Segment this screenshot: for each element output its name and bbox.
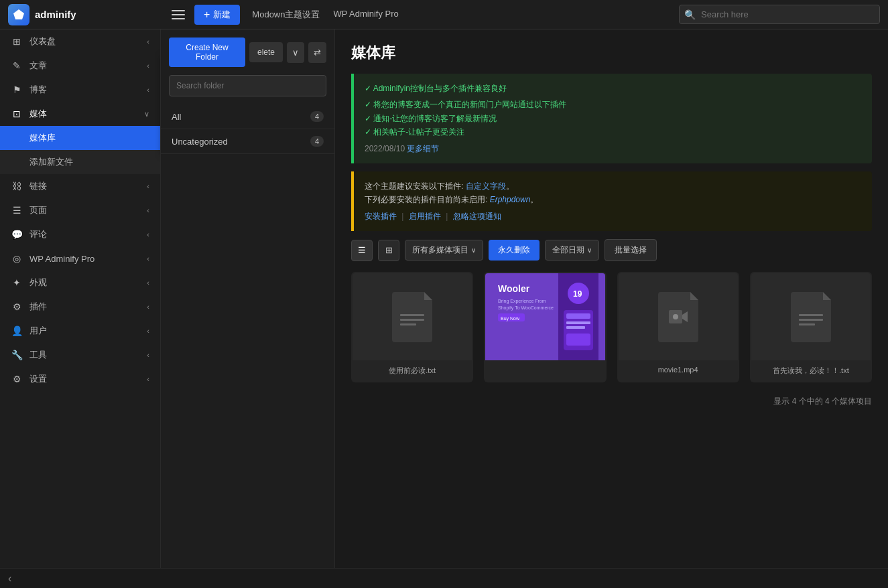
chevron-icon: ‹	[147, 206, 149, 214]
create-folder-button[interactable]: Create New Folder	[169, 38, 245, 67]
media-item[interactable]: 首先读我，必读！！.txt	[750, 272, 872, 382]
sidebar-item-wp-adminify[interactable]: ◎ WP Adminify Pro ‹	[0, 246, 160, 271]
appearance-icon: ✦	[11, 277, 23, 289]
grid-view-button[interactable]: ⊞	[378, 240, 399, 261]
chevron-icon: ‹	[147, 375, 149, 383]
enable-plugin-link[interactable]: 启用插件	[409, 212, 441, 221]
woo-thumbnail: Wooler Bring Experience From Shopify To …	[485, 273, 605, 360]
sidebar-item-dashboard[interactable]: ⊞ 仪表盘 ‹	[0, 29, 160, 54]
sidebar-item-add-media[interactable]: 添加新文件	[0, 150, 160, 174]
permanent-delete-button[interactable]: 永久删除	[489, 240, 540, 261]
media-main: 媒体库 ✓ Adminifyin控制台与多个插件兼容良好 ✓ 将您的博客变成一个…	[335, 29, 888, 568]
svg-text:Buy Now: Buy Now	[501, 316, 520, 321]
svg-rect-14	[566, 326, 585, 329]
adminify-icon: ◎	[11, 252, 23, 265]
sidebar-item-appearance[interactable]: ✦ 外观 ‹	[0, 271, 160, 295]
notice-plugin: 这个主题建议安装以下插件: 自定义字段。 下列必要安装的插件目前尚未启用: Er…	[351, 171, 872, 231]
notice-plugin-line1: 这个主题建议安装以下插件: 自定义字段。	[365, 179, 861, 193]
chevron-icon: ‹	[147, 303, 149, 311]
notice-text: 这个主题建议安装以下插件:	[365, 181, 466, 191]
media-thumbnail	[353, 273, 472, 360]
sidebar-label: 博客	[29, 84, 140, 96]
date-filter[interactable]: 全部日期 ∨	[545, 240, 599, 261]
chevron-icon: ‹	[147, 254, 149, 263]
sidebar-item-pages[interactable]: ☰ 页面 ‹	[0, 198, 160, 222]
notice-date: 2022/08/10	[365, 144, 407, 153]
media-toolbar: ☰ ⊞ 所有多媒体项目 ∨ 永久删除 全部日期 ∨ 批量选择	[351, 239, 872, 261]
doc-file-icon	[791, 292, 831, 342]
video-file-icon	[658, 292, 698, 342]
sidebar-sub-label: 媒体库	[29, 132, 149, 144]
links-icon: ⛓	[11, 180, 23, 192]
notice-link-3[interactable]: ✓ 相关帖子-让帖子更受关注	[365, 127, 464, 137]
sidebar-item-media[interactable]: ⊡ 媒体 ∨	[0, 102, 160, 126]
folder-category-all[interactable]: All 4	[161, 104, 334, 129]
sidebar-item-plugins[interactable]: ⚙ 插件 ‹	[0, 295, 160, 319]
folder-settings-button[interactable]: ⇄	[308, 42, 326, 63]
nav-link-adminify[interactable]: WP Adminify Pro	[328, 6, 403, 23]
media-count: 显示 4 个中的 4 个媒体项目	[351, 396, 872, 407]
list-view-button[interactable]: ☰	[351, 240, 373, 261]
dropdown-arrow-icon: ∨	[587, 246, 592, 254]
custom-field-link[interactable]: 自定义字段	[466, 181, 506, 191]
topbar: adminify + 新建 Modown主题设置 WP Adminify Pro…	[0, 0, 888, 29]
sidebar-item-users[interactable]: 👤 用户 ‹	[0, 319, 160, 343]
sidebar-item-blog[interactable]: ⚑ 博客 ‹	[0, 78, 160, 102]
sidebar-label: 评论	[29, 228, 140, 240]
folder-category-uncategorized[interactable]: Uncategorized 4	[161, 129, 334, 154]
notice-actions: 安装插件 | 启用插件 | 忽略这项通知	[365, 210, 861, 223]
chevron-icon: ‹	[147, 38, 149, 46]
main-layout: ⊞ 仪表盘 ‹ ✎ 文章 ‹ 所有文章 写文章 分类 标签 ⚑ 博客 ‹	[0, 29, 888, 568]
notice-link-1[interactable]: ✓ 将您的博客变成一个真正的新闻门户网站通过以下插件	[365, 100, 566, 109]
sidebar-item-settings[interactable]: ⚙ 设置 ‹	[0, 367, 160, 391]
svg-rect-15	[566, 334, 590, 346]
erphpdown-link[interactable]: Erphpdown	[490, 195, 531, 204]
doc-line	[799, 314, 823, 316]
svg-marker-17	[682, 311, 688, 322]
new-button-label: 新建	[213, 9, 231, 21]
sidebar-item-media-library[interactable]: 媒体库	[0, 126, 160, 150]
sidebar-item-comments[interactable]: 💬 评论 ‹	[0, 222, 160, 246]
doc-file-icon	[392, 292, 432, 342]
folder-search-input[interactable]	[169, 75, 326, 96]
ignore-notice-link[interactable]: 忽略这项通知	[453, 212, 501, 221]
media-item[interactable]: movie1.mp4	[617, 272, 739, 382]
search-input[interactable]	[679, 5, 880, 24]
folder-list: All 4 Uncategorized 4	[161, 104, 334, 568]
install-plugin-link[interactable]: 安装插件	[365, 212, 397, 221]
sidebar-label: 文章	[29, 60, 140, 72]
dashboard-icon: ⊞	[11, 35, 23, 48]
media-item[interactable]: 使用前必读.txt	[351, 272, 473, 382]
media-item-label: 使用前必读.txt	[353, 360, 472, 381]
media-item[interactable]: Wooler Bring Experience From Shopify To …	[484, 272, 606, 382]
dropdown-button[interactable]: ∨	[287, 42, 304, 63]
nav-links: Modown主题设置 WP Adminify Pro	[247, 6, 403, 23]
sidebar-articles-group: ✎ 文章 ‹ 所有文章 写文章 分类 标签	[0, 54, 160, 78]
app-logo: adminify	[8, 4, 162, 25]
folder-category-label: Uncategorized	[172, 137, 228, 147]
sidebar-item-links[interactable]: ⛓ 链接 ‹	[0, 174, 160, 198]
chevron-icon: ‹	[147, 351, 149, 359]
media-item-label: 首先读我，必读！！.txt	[751, 360, 871, 381]
new-button[interactable]: + 新建	[194, 5, 240, 25]
hamburger-line	[172, 18, 185, 19]
nav-link-modown[interactable]: Modown主题设置	[247, 6, 325, 23]
chevron-icon: ∨	[144, 110, 149, 119]
bulk-select-button[interactable]: 批量选择	[605, 239, 657, 261]
notice-text2: 下列必要安装的插件目前尚未启用:	[365, 195, 490, 204]
bottom-arrow-icon[interactable]: ‹	[8, 573, 11, 585]
notice-period: 。	[506, 181, 514, 191]
notice-link-2[interactable]: ✓ 通知-让您的博客访客了解最新情况	[365, 114, 497, 123]
notice-more-link[interactable]: 更多细节	[407, 144, 439, 153]
notice-compat: ✓ Adminifyin控制台与多个插件兼容良好 ✓ 将您的博客变成一个真正的新…	[351, 74, 872, 163]
svg-point-18	[673, 314, 678, 319]
doc-line	[400, 314, 424, 316]
media-type-filter[interactable]: 所有多媒体项目 ∨	[405, 240, 483, 261]
hamburger-menu[interactable]	[169, 5, 188, 24]
delete-button[interactable]: elete	[249, 42, 283, 62]
sidebar: ⊞ 仪表盘 ‹ ✎ 文章 ‹ 所有文章 写文章 分类 标签 ⚑ 博客 ‹	[0, 29, 161, 568]
sidebar-item-tools[interactable]: 🔧 工具 ‹	[0, 343, 160, 367]
sidebar-item-articles[interactable]: ✎ 文章 ‹	[0, 54, 160, 78]
sidebar-label: 插件	[29, 301, 140, 313]
date-label: 全部日期	[552, 244, 584, 256]
